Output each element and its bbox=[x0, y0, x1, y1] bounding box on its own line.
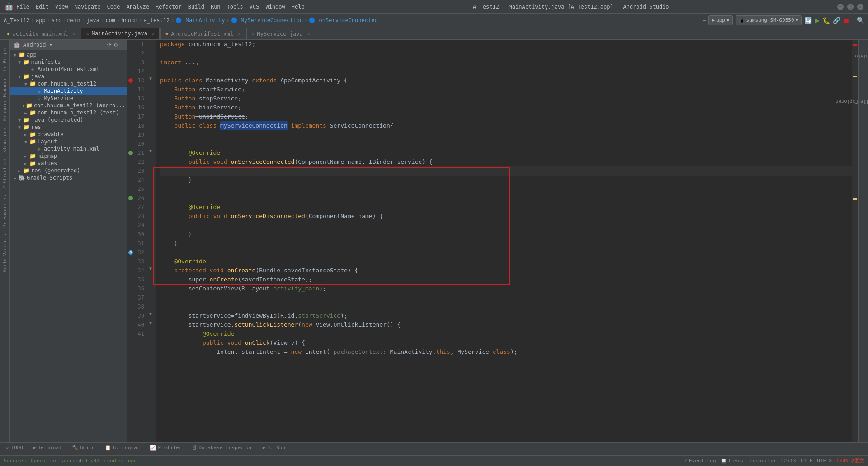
event-log-btn[interactable]: ⚡ Event Log bbox=[684, 458, 716, 464]
sidebar-item-androidmanifest[interactable]: ◈ AndroidManifest.xml bbox=[10, 66, 127, 73]
sidebar-item-app[interactable]: ▼ 📁 app bbox=[10, 51, 127, 58]
breadcrumb-project[interactable]: A_Test12 bbox=[4, 17, 30, 24]
tab-activity-main-xml[interactable]: ◈ activity_main.xml ✕ bbox=[2, 28, 80, 39]
breadcrumb-hnucm[interactable]: hnucm bbox=[121, 17, 137, 24]
tab-close-icon[interactable]: ✕ bbox=[238, 31, 241, 36]
run-icon[interactable]: ▶ bbox=[815, 15, 820, 25]
sidebar-close-icon[interactable]: — bbox=[120, 42, 123, 48]
breadcrumb-com[interactable]: com bbox=[105, 17, 115, 24]
menu-code[interactable]: Code bbox=[107, 4, 120, 10]
search-icon[interactable]: 🔍 bbox=[857, 17, 864, 24]
nav-back-icon[interactable]: ⬅ bbox=[702, 17, 706, 24]
breadcrumb-main[interactable]: main bbox=[67, 17, 80, 24]
stop-icon[interactable]: ⏹ bbox=[843, 17, 849, 24]
sidebar-item-gradle[interactable]: ► 🐘 Gradle Scripts bbox=[10, 174, 127, 181]
breadcrumb-atest12[interactable]: a_test12 bbox=[143, 17, 170, 24]
sidebar-settings-icon[interactable]: ⚙ bbox=[114, 42, 118, 48]
sidebar-item-mipmap[interactable]: ► 📁 mipmap bbox=[10, 152, 127, 160]
tab-profiler[interactable]: 📈 Profiler bbox=[145, 443, 186, 453]
sidebar-item-myservice[interactable]: ☕ MyService bbox=[10, 95, 127, 102]
minimize-button[interactable]: ─ bbox=[837, 4, 844, 10]
menu-navigate[interactable]: Navigate bbox=[75, 4, 101, 10]
menu-edit[interactable]: Edit bbox=[36, 4, 49, 10]
sidebar-item-java[interactable]: ▼ 📁 java bbox=[10, 73, 127, 80]
project-panel-btn[interactable]: 1: Project bbox=[1, 42, 8, 74]
sidebar-item-java-gen[interactable]: ▼ 📁 java (generated) bbox=[10, 116, 127, 124]
favorites-btn[interactable]: 2: Favorites bbox=[1, 192, 8, 230]
folder-icon: 📁 bbox=[26, 102, 33, 109]
sidebar-sync-icon[interactable]: ⟳ bbox=[107, 42, 112, 48]
sidebar-item-mainactivity[interactable]: ☕ MainActivity bbox=[10, 87, 127, 95]
code-line-21: @Override bbox=[160, 148, 852, 157]
tab-myservice-java[interactable]: ☕ MyService.java ✕ bbox=[246, 28, 315, 39]
attach-icon[interactable]: 🔗 bbox=[833, 17, 840, 24]
structure-btn[interactable]: Structure bbox=[1, 125, 8, 155]
tab-mainactivity-java[interactable]: ☕ MainActivity.java ✕ bbox=[81, 28, 159, 39]
sidebar-item-manifests[interactable]: ▼ 📁 manifests bbox=[10, 58, 127, 66]
breadcrumb-mainactivity[interactable]: 🔵 MainActivity bbox=[175, 17, 225, 24]
breadcrumb-java[interactable]: java bbox=[86, 17, 99, 24]
sidebar-item-values[interactable]: ► 📁 values bbox=[10, 160, 127, 167]
tab-run[interactable]: ▶ 4: Run bbox=[258, 443, 290, 453]
tab-close-icon[interactable]: ✕ bbox=[152, 31, 155, 36]
emulator-btn[interactable]: Emulator bbox=[849, 53, 868, 60]
tab-logcat[interactable]: 📋 6: Logcat bbox=[100, 443, 145, 453]
fold-marker-13[interactable]: ▼ bbox=[149, 76, 152, 81]
sidebar-item-package-test[interactable]: ► 📁 com.hnucm.a_test12 (test) bbox=[10, 109, 127, 116]
menu-tools[interactable]: Tools bbox=[227, 4, 243, 10]
sidebar-item-layout[interactable]: ▼ 📁 layout bbox=[10, 138, 127, 145]
fold-marker-21[interactable]: ▼ bbox=[149, 148, 152, 153]
sidebar-item-res[interactable]: ▼ 📁 res bbox=[10, 124, 127, 131]
tab-build[interactable]: 🔨 Build bbox=[67, 443, 99, 453]
tab-close-icon[interactable]: ✕ bbox=[72, 31, 75, 36]
debug-icon[interactable]: 🐛 bbox=[822, 17, 830, 24]
menu-vcs[interactable]: VCS bbox=[250, 4, 259, 10]
menu-bar[interactable]: File Edit View Navigate Code Analyze Ref… bbox=[16, 4, 305, 10]
tab-close-icon[interactable]: ✕ bbox=[307, 31, 310, 36]
menu-build[interactable]: Build bbox=[188, 4, 204, 10]
close-button[interactable]: ✕ bbox=[857, 4, 863, 10]
app-selector[interactable]: ▶ app ▼ bbox=[708, 15, 732, 25]
fold-marker-31[interactable]: ▼ bbox=[149, 311, 152, 316]
code-line-13: public class MainActivity extends AppCom… bbox=[160, 76, 852, 85]
resource-manager-btn[interactable]: Resource Manager bbox=[1, 75, 8, 124]
fold-marker-32[interactable]: ▼ bbox=[149, 320, 152, 325]
tab-todo[interactable]: ☑ TODO bbox=[2, 443, 28, 453]
device-selector[interactable]: 📱 samsung SM-G9550 ▼ bbox=[736, 15, 802, 25]
menu-view[interactable]: View bbox=[55, 4, 68, 10]
code-content[interactable]: package com.hnucm.a_test12; import ...; … bbox=[156, 40, 852, 442]
build-variants-btn[interactable]: Build Variants bbox=[1, 231, 8, 275]
tab-terminal[interactable]: ▶ Terminal bbox=[28, 443, 66, 453]
sidebar-item-label: manifests bbox=[31, 59, 61, 65]
device-file-explorer-btn[interactable]: Device File Explorer bbox=[832, 98, 868, 105]
menu-run[interactable]: Run bbox=[211, 4, 221, 10]
sync-icon[interactable]: 🔄 bbox=[804, 17, 812, 24]
menu-analyze[interactable]: Analyze bbox=[126, 4, 149, 10]
sidebar-item-res-gen[interactable]: ► 📁 res (generated) bbox=[10, 167, 127, 174]
menu-window[interactable]: Window bbox=[265, 4, 285, 10]
breadcrumb-onservconn[interactable]: 🔵 onServiceConnected bbox=[309, 17, 377, 24]
sidebar-item-package[interactable]: ▼ 📁 com.hnucm.a_test12 bbox=[10, 80, 127, 87]
line-num-37: 37 bbox=[127, 293, 148, 302]
sidebar-item-drawable[interactable]: ► 📁 drawable bbox=[10, 131, 127, 138]
sidebar-item-package-android[interactable]: ► 📁 com.hnucm.a_test12 (andro... bbox=[10, 102, 127, 109]
tab-label: MainActivity.java bbox=[92, 30, 147, 37]
tab-db-inspector[interactable]: 🗄 Database Inspector bbox=[187, 443, 257, 453]
sidebar-item-label: activity_main.xml bbox=[44, 146, 99, 152]
breadcrumb-serviceconn[interactable]: 🔵 MyServiceConnection bbox=[231, 17, 303, 24]
layout-inspector-btn[interactable]: 🔲 Layout Inspector bbox=[721, 458, 777, 464]
fold-marker-26[interactable]: ▼ bbox=[149, 266, 152, 271]
z-structure-btn[interactable]: Z-Structure bbox=[1, 156, 8, 191]
sidebar-item-activity-main-xml[interactable]: ◈ activity_main.xml bbox=[10, 145, 127, 152]
menu-file[interactable]: File bbox=[16, 4, 29, 10]
editor-area[interactable]: 1 2 3 12 13 14 15 16 17 18 19 20 21 bbox=[127, 40, 858, 442]
line-num-29: 29 bbox=[127, 221, 148, 230]
maximize-button[interactable]: □ bbox=[847, 4, 854, 10]
menu-refactor[interactable]: Refactor bbox=[156, 4, 182, 10]
sidebar-item-label: layout bbox=[38, 138, 57, 145]
code-container[interactable]: 1 2 3 12 13 14 15 16 17 18 19 20 21 bbox=[127, 40, 858, 442]
tab-androidmanifest-xml[interactable]: ◈ AndroidManifest.xml ✕ bbox=[160, 28, 245, 39]
breadcrumb-app[interactable]: app bbox=[36, 17, 46, 24]
breadcrumb-src[interactable]: src bbox=[52, 17, 61, 24]
menu-help[interactable]: Help bbox=[292, 4, 305, 10]
